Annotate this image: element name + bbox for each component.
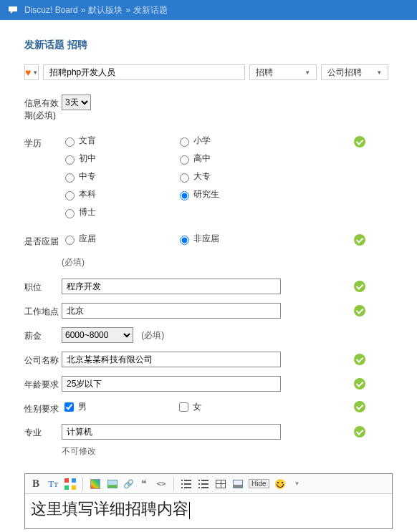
chevron-down-icon: ▼	[32, 69, 38, 76]
fresh-option[interactable]: 应届	[62, 233, 176, 245]
education-option[interactable]: 博士	[62, 206, 176, 218]
fresh-note: (必填)	[62, 256, 393, 269]
quote-button[interactable]: ❝	[138, 478, 150, 490]
breadcrumb-bar: Discuz! Board » 默认版块 » 发新话题	[0, 0, 417, 20]
education-option-label: 初中	[79, 153, 96, 165]
breadcrumb-board[interactable]: Discuz! Board	[24, 5, 78, 15]
heart-icon: ♥	[25, 67, 31, 78]
fresh-option[interactable]: 非应届	[176, 233, 291, 245]
thread-title-input[interactable]	[43, 64, 245, 80]
editor-toolbar: B Tт 🔗 ❝ <> Hide ▼	[25, 474, 392, 494]
education-radio[interactable]	[65, 191, 75, 200]
code-button[interactable]: <>	[155, 478, 168, 490]
gender-female-label: 女	[193, 401, 201, 413]
education-option-label: 大专	[193, 170, 211, 183]
gender-male[interactable]: 男	[62, 400, 176, 414]
education-option-label: 小学	[193, 135, 211, 147]
gender-female[interactable]: 女	[176, 400, 291, 414]
education-radio[interactable]	[65, 137, 75, 147]
education-option[interactable]: 大专	[176, 170, 291, 183]
toolbar-divider	[82, 478, 83, 490]
gender-female-checkbox[interactable]	[179, 402, 188, 412]
age-label: 年龄要求	[24, 376, 62, 391]
palette-button[interactable]	[64, 478, 77, 490]
education-option-label: 文盲	[79, 135, 96, 147]
unordered-list-button[interactable]	[180, 478, 193, 490]
type-select-value: 招聘	[256, 67, 273, 79]
age-input[interactable]	[62, 376, 281, 392]
education-option[interactable]: 文盲	[62, 135, 176, 147]
education-option[interactable]: 研究生	[176, 188, 291, 200]
position-label: 职位	[24, 279, 62, 294]
type-select[interactable]: 招聘 ▼	[249, 64, 317, 80]
check-icon	[354, 136, 365, 147]
location-input[interactable]	[62, 303, 281, 319]
paint-button[interactable]	[89, 478, 102, 490]
chevron-down-icon: ▼	[305, 69, 310, 76]
emoji-button[interactable]	[274, 478, 287, 490]
hide-button[interactable]: Hide	[249, 479, 269, 488]
editor-content[interactable]: 这里填写详细招聘内容	[25, 494, 392, 528]
table-button[interactable]	[214, 478, 227, 490]
company-type-select[interactable]: 公司招聘 ▼	[321, 64, 388, 80]
location-label: 工作地点	[24, 303, 62, 318]
fresh-radio[interactable]	[65, 236, 75, 245]
education-radio[interactable]	[65, 209, 75, 218]
bold-button[interactable]: B	[29, 478, 42, 490]
ordered-list-button[interactable]	[197, 478, 210, 490]
education-option-label: 研究生	[193, 188, 219, 200]
gender-label: 性别要求	[24, 400, 62, 415]
text-color-button[interactable]: Tт	[47, 478, 59, 490]
major-input[interactable]	[62, 424, 281, 440]
education-radio[interactable]	[180, 191, 189, 200]
gender-male-label: 男	[78, 401, 87, 413]
salary-note: (必填)	[141, 330, 164, 340]
education-radio[interactable]	[65, 155, 75, 165]
media-button[interactable]	[231, 478, 244, 490]
education-option[interactable]: 本科	[62, 188, 176, 200]
education-option[interactable]: 高中	[176, 153, 291, 165]
page-heading: 发新话题 招聘	[24, 39, 393, 52]
education-option-label: 本科	[79, 188, 96, 200]
education-option-label: 中专	[79, 170, 96, 183]
fresh-label: 是否应届	[24, 233, 62, 248]
fresh-radio[interactable]	[180, 236, 189, 245]
check-icon	[354, 234, 365, 246]
education-option-label: 高中	[193, 153, 211, 165]
chat-icon	[7, 4, 19, 16]
editor-text: 这里填写详细招聘内容	[31, 500, 188, 518]
check-icon	[354, 401, 365, 412]
text-caret	[189, 502, 190, 519]
breadcrumb-page[interactable]: 发新话题	[133, 4, 168, 16]
toolbar-divider	[173, 478, 174, 490]
breadcrumb-forum[interactable]: 默认版块	[88, 4, 123, 16]
company-type-select-value: 公司招聘	[327, 67, 362, 79]
education-option[interactable]: 中专	[62, 170, 176, 183]
check-icon	[354, 305, 365, 316]
education-radio[interactable]	[180, 137, 189, 147]
education-label: 学历	[24, 135, 62, 150]
check-icon	[354, 281, 365, 292]
education-radio[interactable]	[180, 173, 189, 183]
breadcrumb-sep: »	[125, 5, 130, 15]
education-radio[interactable]	[65, 173, 75, 183]
education-option[interactable]: 初中	[62, 153, 176, 165]
more-dropdown[interactable]: ▼	[291, 478, 304, 490]
education-option[interactable]: 小学	[176, 135, 291, 147]
salary-select[interactable]: 6000~8000	[62, 327, 133, 343]
rich-editor: B Tт 🔗 ❝ <> Hide ▼ 这里填写详细招聘内容	[24, 473, 393, 529]
education-option-label: 博士	[79, 206, 96, 218]
link-button[interactable]: 🔗	[123, 478, 133, 490]
image-button[interactable]	[106, 478, 119, 490]
position-input[interactable]	[62, 279, 281, 294]
check-icon	[354, 378, 365, 390]
expiry-select[interactable]: 3天	[62, 95, 91, 110]
chevron-down-icon: ▼	[376, 69, 382, 76]
company-input[interactable]	[62, 352, 281, 367]
tag-button[interactable]: ♥ ▼	[24, 64, 39, 80]
education-radio[interactable]	[180, 155, 189, 165]
major-label: 专业	[24, 424, 62, 439]
breadcrumb-sep: »	[81, 5, 86, 15]
fresh-option-label: 应届	[79, 233, 96, 245]
gender-male-checkbox[interactable]	[64, 402, 74, 412]
